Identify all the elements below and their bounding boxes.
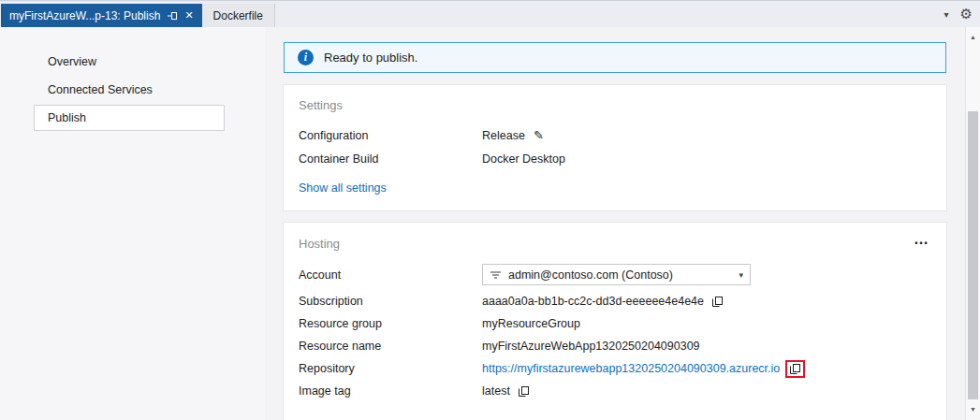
document-tab-bar: myFirstAzureW...p-13: Publish ✕ Dockerfi…	[0, 1, 980, 27]
publish-page: Overview Connected Services Publish i Re…	[0, 27, 980, 420]
resource-group-row: Resource group myResourceGroup	[299, 312, 931, 335]
settings-title: Settings	[299, 98, 931, 112]
image-tag-value: latest	[482, 384, 510, 398]
copy-image-tag-icon[interactable]	[518, 385, 530, 398]
repository-row: Repository https://myfirstazurewebapp132…	[299, 357, 931, 380]
subscription-label: Subscription	[299, 295, 482, 308]
account-dropdown-arrow-icon[interactable]: ▾	[739, 270, 743, 280]
scroll-up-arrow-icon[interactable]: ▲	[966, 30, 980, 45]
vertical-scrollbar[interactable]: ▲ ▼	[965, 27, 980, 420]
hosting-card: Hosting … Account admin@cont	[284, 223, 946, 420]
resource-group-value: myResourceGroup	[482, 317, 580, 330]
settings-card: Settings Configuration Release ✎ Contain…	[284, 85, 946, 210]
resource-group-label: Resource group	[299, 317, 482, 330]
account-combobox[interactable]: admin@contoso.com (Contoso) ▾	[482, 264, 751, 285]
account-value: admin@contoso.com (Contoso)	[508, 268, 732, 282]
scroll-down-arrow-icon[interactable]: ▼	[966, 402, 980, 417]
copy-repository-icon[interactable]	[789, 363, 801, 375]
tab-bar-actions: ▾ ⚙	[944, 1, 973, 27]
publish-content: i Ready to publish. Settings Configurati…	[265, 27, 965, 420]
account-label: Account	[299, 268, 482, 282]
tab-publish[interactable]: myFirstAzureW...p-13: Publish ✕	[1, 4, 202, 27]
tab-publish-label: myFirstAzureW...p-13: Publish	[9, 9, 160, 22]
account-row: Account admin@contoso.com (Contoso) ▾	[299, 262, 931, 287]
vs-publish-window: { "doc_tabs": { "active_label": "myFirst…	[0, 0, 980, 420]
copy-subscription-icon[interactable]	[711, 296, 724, 308]
subscription-value: aaaa0a0a-bb1b-cc2c-dd3d-eeeeee4e4e4e	[482, 295, 704, 308]
show-all-settings-link[interactable]: Show all settings	[299, 181, 387, 195]
subscription-row: Subscription aaaa0a0a-bb1b-cc2c-dd3d-eee…	[299, 290, 931, 312]
red-highlight-box	[785, 360, 805, 378]
image-tag-row: Image tag latest	[299, 380, 931, 402]
pin-icon[interactable]	[167, 10, 178, 22]
resource-name-value: myFirstAzureWebApp1320250204090309	[482, 340, 700, 353]
hosting-title: Hosting	[299, 237, 340, 251]
repository-label: Repository	[299, 362, 482, 375]
tab-dockerfile[interactable]: Dockerfile	[202, 4, 275, 27]
hosting-more-actions-button[interactable]: …	[912, 236, 931, 251]
configuration-value: Release	[482, 129, 525, 142]
container-build-value: Docker Desktop	[482, 152, 565, 166]
sidebar-item-overview[interactable]: Overview	[34, 49, 225, 75]
configuration-label: Configuration	[299, 129, 482, 142]
scrollbar-thumb[interactable]	[968, 111, 978, 399]
container-build-row: Container Build Docker Desktop	[299, 147, 931, 170]
sidebar-item-publish[interactable]: Publish	[34, 105, 225, 131]
sidebar-item-connected-services[interactable]: Connected Services	[34, 77, 225, 103]
resource-name-row: Resource name myFirstAzureWebApp13202502…	[299, 335, 931, 357]
image-tag-label: Image tag	[299, 384, 482, 398]
banner-text: Ready to publish.	[324, 51, 417, 65]
gear-icon[interactable]: ⚙	[960, 6, 973, 22]
container-build-label: Container Build	[299, 152, 482, 166]
info-icon: i	[298, 50, 314, 65]
ready-to-publish-banner: i Ready to publish.	[284, 42, 946, 73]
edit-configuration-icon[interactable]: ✎	[534, 128, 544, 142]
publish-nav-sidebar: Overview Connected Services Publish	[0, 27, 265, 420]
account-filter-icon	[490, 269, 502, 281]
close-icon[interactable]: ✕	[184, 10, 193, 21]
configuration-row: Configuration Release ✎	[299, 123, 931, 147]
tab-dockerfile-label: Dockerfile	[213, 9, 263, 22]
repository-link[interactable]: https://myfirstazurewebapp13202502040903…	[482, 362, 780, 375]
chevron-down-icon[interactable]: ▾	[944, 9, 949, 20]
resource-name-label: Resource name	[299, 340, 482, 353]
